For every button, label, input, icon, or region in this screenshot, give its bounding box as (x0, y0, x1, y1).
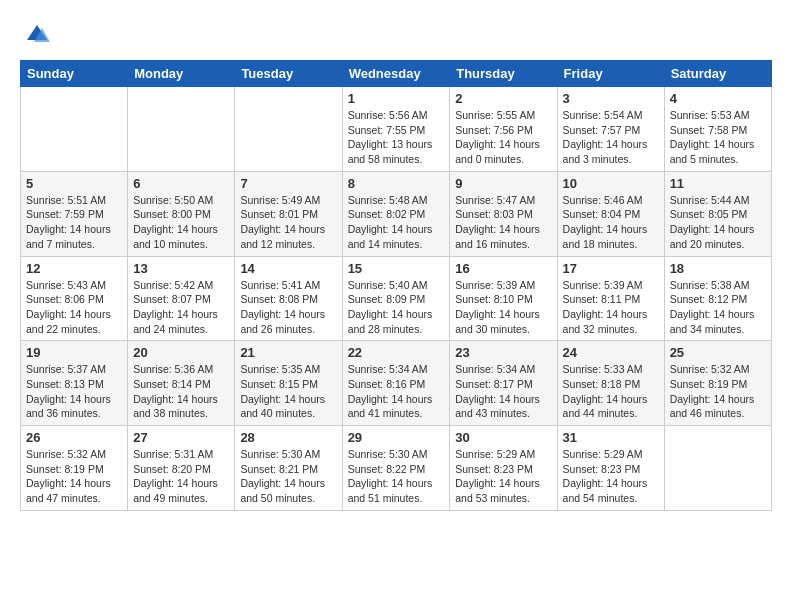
day-number: 9 (455, 176, 551, 191)
weekday-header: Thursday (450, 61, 557, 87)
day-info: Sunrise: 5:48 AM Sunset: 8:02 PM Dayligh… (348, 193, 445, 252)
day-info: Sunrise: 5:29 AM Sunset: 8:23 PM Dayligh… (563, 447, 659, 506)
calendar-header-row: SundayMondayTuesdayWednesdayThursdayFrid… (21, 61, 772, 87)
calendar-cell (128, 87, 235, 172)
day-number: 17 (563, 261, 659, 276)
day-number: 22 (348, 345, 445, 360)
calendar-cell: 20Sunrise: 5:36 AM Sunset: 8:14 PM Dayli… (128, 341, 235, 426)
calendar-cell: 10Sunrise: 5:46 AM Sunset: 8:04 PM Dayli… (557, 171, 664, 256)
day-info: Sunrise: 5:53 AM Sunset: 7:58 PM Dayligh… (670, 108, 766, 167)
day-number: 16 (455, 261, 551, 276)
day-number: 14 (240, 261, 336, 276)
calendar-cell: 1Sunrise: 5:56 AM Sunset: 7:55 PM Daylig… (342, 87, 450, 172)
calendar-cell: 6Sunrise: 5:50 AM Sunset: 8:00 PM Daylig… (128, 171, 235, 256)
calendar-cell: 12Sunrise: 5:43 AM Sunset: 8:06 PM Dayli… (21, 256, 128, 341)
calendar-cell: 16Sunrise: 5:39 AM Sunset: 8:10 PM Dayli… (450, 256, 557, 341)
day-number: 10 (563, 176, 659, 191)
calendar-week-row: 5Sunrise: 5:51 AM Sunset: 7:59 PM Daylig… (21, 171, 772, 256)
weekday-header: Saturday (664, 61, 771, 87)
calendar-cell: 26Sunrise: 5:32 AM Sunset: 8:19 PM Dayli… (21, 426, 128, 511)
calendar-cell: 4Sunrise: 5:53 AM Sunset: 7:58 PM Daylig… (664, 87, 771, 172)
calendar-cell: 29Sunrise: 5:30 AM Sunset: 8:22 PM Dayli… (342, 426, 450, 511)
day-info: Sunrise: 5:42 AM Sunset: 8:07 PM Dayligh… (133, 278, 229, 337)
day-number: 28 (240, 430, 336, 445)
calendar-cell: 18Sunrise: 5:38 AM Sunset: 8:12 PM Dayli… (664, 256, 771, 341)
calendar-cell: 22Sunrise: 5:34 AM Sunset: 8:16 PM Dayli… (342, 341, 450, 426)
calendar-week-row: 26Sunrise: 5:32 AM Sunset: 8:19 PM Dayli… (21, 426, 772, 511)
calendar-cell: 9Sunrise: 5:47 AM Sunset: 8:03 PM Daylig… (450, 171, 557, 256)
day-number: 5 (26, 176, 122, 191)
day-info: Sunrise: 5:43 AM Sunset: 8:06 PM Dayligh… (26, 278, 122, 337)
weekday-header: Sunday (21, 61, 128, 87)
calendar-table: SundayMondayTuesdayWednesdayThursdayFrid… (20, 60, 772, 511)
day-number: 21 (240, 345, 336, 360)
calendar-cell: 27Sunrise: 5:31 AM Sunset: 8:20 PM Dayli… (128, 426, 235, 511)
weekday-header: Monday (128, 61, 235, 87)
day-number: 31 (563, 430, 659, 445)
day-info: Sunrise: 5:51 AM Sunset: 7:59 PM Dayligh… (26, 193, 122, 252)
day-info: Sunrise: 5:55 AM Sunset: 7:56 PM Dayligh… (455, 108, 551, 167)
calendar-cell: 11Sunrise: 5:44 AM Sunset: 8:05 PM Dayli… (664, 171, 771, 256)
day-info: Sunrise: 5:46 AM Sunset: 8:04 PM Dayligh… (563, 193, 659, 252)
day-info: Sunrise: 5:31 AM Sunset: 8:20 PM Dayligh… (133, 447, 229, 506)
calendar-cell: 7Sunrise: 5:49 AM Sunset: 8:01 PM Daylig… (235, 171, 342, 256)
day-number: 24 (563, 345, 659, 360)
calendar-cell (21, 87, 128, 172)
page-header (20, 20, 772, 50)
day-number: 23 (455, 345, 551, 360)
day-info: Sunrise: 5:34 AM Sunset: 8:17 PM Dayligh… (455, 362, 551, 421)
day-number: 13 (133, 261, 229, 276)
calendar-cell: 3Sunrise: 5:54 AM Sunset: 7:57 PM Daylig… (557, 87, 664, 172)
day-info: Sunrise: 5:40 AM Sunset: 8:09 PM Dayligh… (348, 278, 445, 337)
day-info: Sunrise: 5:33 AM Sunset: 8:18 PM Dayligh… (563, 362, 659, 421)
logo (20, 20, 52, 50)
day-number: 25 (670, 345, 766, 360)
calendar-week-row: 12Sunrise: 5:43 AM Sunset: 8:06 PM Dayli… (21, 256, 772, 341)
day-info: Sunrise: 5:36 AM Sunset: 8:14 PM Dayligh… (133, 362, 229, 421)
day-info: Sunrise: 5:44 AM Sunset: 8:05 PM Dayligh… (670, 193, 766, 252)
day-number: 30 (455, 430, 551, 445)
calendar-cell: 2Sunrise: 5:55 AM Sunset: 7:56 PM Daylig… (450, 87, 557, 172)
calendar-cell: 8Sunrise: 5:48 AM Sunset: 8:02 PM Daylig… (342, 171, 450, 256)
day-number: 8 (348, 176, 445, 191)
day-info: Sunrise: 5:38 AM Sunset: 8:12 PM Dayligh… (670, 278, 766, 337)
calendar-cell: 25Sunrise: 5:32 AM Sunset: 8:19 PM Dayli… (664, 341, 771, 426)
calendar-cell (664, 426, 771, 511)
day-number: 1 (348, 91, 445, 106)
calendar-cell: 14Sunrise: 5:41 AM Sunset: 8:08 PM Dayli… (235, 256, 342, 341)
day-number: 29 (348, 430, 445, 445)
calendar-cell: 31Sunrise: 5:29 AM Sunset: 8:23 PM Dayli… (557, 426, 664, 511)
calendar-cell: 5Sunrise: 5:51 AM Sunset: 7:59 PM Daylig… (21, 171, 128, 256)
calendar-cell (235, 87, 342, 172)
day-number: 4 (670, 91, 766, 106)
calendar-cell: 23Sunrise: 5:34 AM Sunset: 8:17 PM Dayli… (450, 341, 557, 426)
day-number: 26 (26, 430, 122, 445)
calendar-cell: 19Sunrise: 5:37 AM Sunset: 8:13 PM Dayli… (21, 341, 128, 426)
day-info: Sunrise: 5:54 AM Sunset: 7:57 PM Dayligh… (563, 108, 659, 167)
day-info: Sunrise: 5:29 AM Sunset: 8:23 PM Dayligh… (455, 447, 551, 506)
day-info: Sunrise: 5:34 AM Sunset: 8:16 PM Dayligh… (348, 362, 445, 421)
day-number: 27 (133, 430, 229, 445)
calendar-cell: 13Sunrise: 5:42 AM Sunset: 8:07 PM Dayli… (128, 256, 235, 341)
calendar-week-row: 19Sunrise: 5:37 AM Sunset: 8:13 PM Dayli… (21, 341, 772, 426)
day-number: 15 (348, 261, 445, 276)
day-info: Sunrise: 5:41 AM Sunset: 8:08 PM Dayligh… (240, 278, 336, 337)
day-info: Sunrise: 5:39 AM Sunset: 8:10 PM Dayligh… (455, 278, 551, 337)
day-info: Sunrise: 5:32 AM Sunset: 8:19 PM Dayligh… (26, 447, 122, 506)
calendar-cell: 28Sunrise: 5:30 AM Sunset: 8:21 PM Dayli… (235, 426, 342, 511)
calendar-cell: 15Sunrise: 5:40 AM Sunset: 8:09 PM Dayli… (342, 256, 450, 341)
day-info: Sunrise: 5:47 AM Sunset: 8:03 PM Dayligh… (455, 193, 551, 252)
day-number: 7 (240, 176, 336, 191)
calendar-cell: 24Sunrise: 5:33 AM Sunset: 8:18 PM Dayli… (557, 341, 664, 426)
day-number: 20 (133, 345, 229, 360)
day-number: 6 (133, 176, 229, 191)
day-number: 11 (670, 176, 766, 191)
day-info: Sunrise: 5:49 AM Sunset: 8:01 PM Dayligh… (240, 193, 336, 252)
day-info: Sunrise: 5:30 AM Sunset: 8:21 PM Dayligh… (240, 447, 336, 506)
day-info: Sunrise: 5:56 AM Sunset: 7:55 PM Dayligh… (348, 108, 445, 167)
calendar-cell: 30Sunrise: 5:29 AM Sunset: 8:23 PM Dayli… (450, 426, 557, 511)
day-info: Sunrise: 5:32 AM Sunset: 8:19 PM Dayligh… (670, 362, 766, 421)
day-number: 3 (563, 91, 659, 106)
day-number: 2 (455, 91, 551, 106)
calendar-cell: 21Sunrise: 5:35 AM Sunset: 8:15 PM Dayli… (235, 341, 342, 426)
